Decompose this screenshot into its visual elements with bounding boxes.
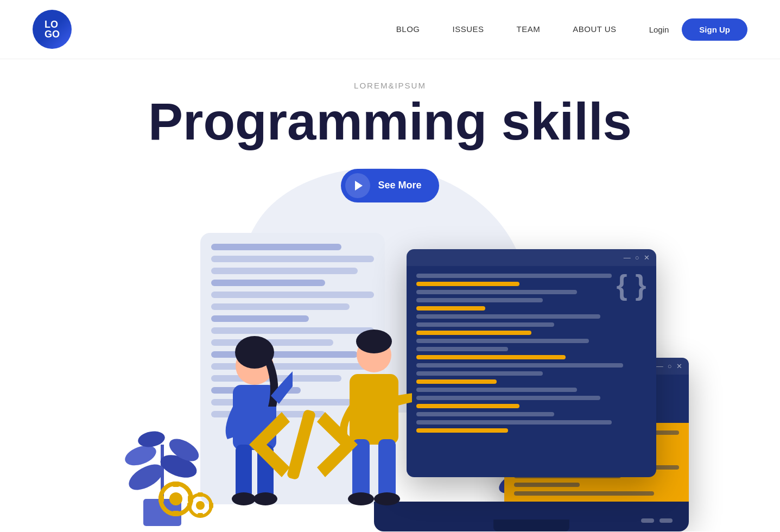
minimize-icon[interactable]: — <box>624 254 631 262</box>
svg-point-32 <box>253 492 277 505</box>
svg-rect-37 <box>378 439 396 499</box>
illustration-container: — ○ ✕ { } <box>92 206 689 531</box>
brace-decoration: { } <box>617 271 646 299</box>
svg-point-20 <box>196 501 205 510</box>
svg-rect-21 <box>198 492 203 497</box>
minimize-icon-2[interactable]: — <box>656 362 663 370</box>
see-more-button[interactable]: See More <box>341 169 439 202</box>
cta-wrap: See More <box>0 169 780 202</box>
cta-label: See More <box>378 180 421 191</box>
svg-point-38 <box>348 492 374 505</box>
nav-item-team[interactable]: TEAM <box>517 24 541 34</box>
laptop-stand <box>493 520 569 531</box>
svg-rect-23 <box>187 503 192 508</box>
hero-section: LOREM&IPSUM Programming skills See More <box>0 59 780 531</box>
svg-point-14 <box>169 492 182 505</box>
logo-icon: LOGO <box>33 10 72 49</box>
logo[interactable]: LOGO <box>33 10 72 49</box>
svg-point-39 <box>374 492 400 505</box>
navbar: LOGO BLOG ISSUES TEAM ABOUT US Login Sig… <box>0 0 780 59</box>
svg-rect-22 <box>198 513 203 517</box>
svg-rect-16 <box>173 511 179 516</box>
gears-decoration <box>157 472 222 521</box>
close-icon-2[interactable]: ✕ <box>676 362 682 370</box>
nav-auth: Login Sign Up <box>649 18 747 41</box>
maximize-icon[interactable]: ○ <box>635 254 639 262</box>
svg-rect-25 <box>286 409 316 480</box>
signup-button[interactable]: Sign Up <box>682 18 747 41</box>
svg-rect-15 <box>173 482 179 487</box>
hero-content: LOREM&IPSUM Programming skills See More <box>0 81 780 202</box>
nav-item-blog[interactable]: BLOG <box>396 24 420 34</box>
svg-rect-17 <box>158 496 164 502</box>
laptop-controls <box>641 518 673 523</box>
hero-subtitle: LOREM&IPSUM <box>0 81 780 90</box>
nav-links: BLOG ISSUES TEAM ABOUT US <box>396 24 617 34</box>
maximize-icon-2[interactable]: ○ <box>668 362 672 370</box>
html-brackets-icon <box>244 401 363 488</box>
main-code-window: — ○ ✕ { } <box>407 249 656 477</box>
svg-point-35 <box>356 330 392 353</box>
hero-title: Programming skills <box>0 94 780 149</box>
close-icon[interactable]: ✕ <box>644 254 650 262</box>
window-titlebar-main: — ○ ✕ <box>407 249 656 266</box>
svg-point-31 <box>232 492 256 505</box>
nav-item-issues[interactable]: ISSUES <box>453 24 484 34</box>
play-icon <box>345 173 370 198</box>
nav-item-about[interactable]: ABOUT US <box>573 24 616 34</box>
login-button[interactable]: Login <box>649 25 669 34</box>
svg-rect-24 <box>209 503 213 508</box>
